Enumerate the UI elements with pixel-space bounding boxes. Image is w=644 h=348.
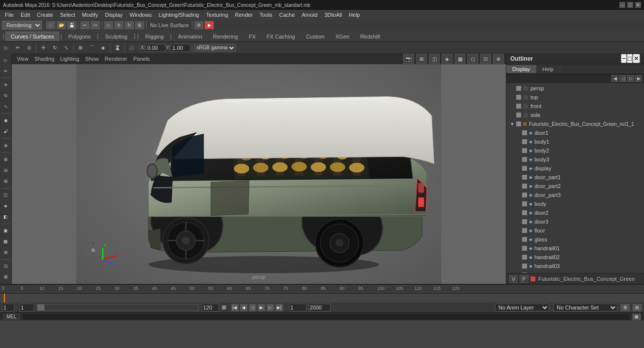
extra4-lt[interactable]: ▣ bbox=[1, 226, 11, 236]
vp-icon6[interactable]: ⊡ bbox=[480, 54, 491, 64]
colorspace-dropdown[interactable]: sRGB gamma Linear Raw bbox=[194, 44, 236, 52]
vp-menu-renderer[interactable]: Renderer bbox=[102, 55, 130, 63]
ol-item-door-part2[interactable]: ◈ door_part2 bbox=[506, 182, 644, 191]
sculpt-lt[interactable]: 🖌 bbox=[1, 126, 11, 136]
status-extra-button[interactable]: ▦ bbox=[632, 313, 641, 320]
ol-item-handrail02[interactable]: ◈ handrail02 bbox=[506, 253, 644, 262]
play-back-button[interactable]: ◁ bbox=[249, 304, 257, 311]
mode-dropdown[interactable]: Rendering Animation Modeling Rigging bbox=[2, 21, 42, 30]
vp-icon7[interactable]: ⊕ bbox=[493, 54, 504, 64]
scroll-right[interactable]: ▷ bbox=[627, 75, 634, 82]
menu-texturing[interactable]: Texturing bbox=[203, 11, 231, 19]
rotate-lt[interactable]: ↻ bbox=[1, 91, 11, 101]
scale-tool[interactable]: ⤡ bbox=[61, 43, 72, 53]
vp-menu-panels[interactable]: Panels bbox=[130, 55, 153, 63]
tab-animation[interactable]: Animation bbox=[173, 32, 208, 41]
paint-button[interactable]: ✏ bbox=[12, 43, 23, 53]
extra3-lt[interactable]: ◧ bbox=[1, 212, 11, 222]
render-button[interactable]: ▶ bbox=[204, 21, 214, 30]
menu-display[interactable]: Display bbox=[102, 11, 126, 19]
layer-p-label[interactable]: P bbox=[520, 275, 528, 283]
current-frame-end-input[interactable] bbox=[202, 304, 219, 311]
outliner-minimize[interactable]: − bbox=[621, 54, 627, 63]
script-mode-label[interactable]: MEL bbox=[3, 313, 20, 320]
ol-item-body1[interactable]: ◈ body1 bbox=[506, 137, 644, 146]
menu-render[interactable]: Render bbox=[232, 11, 256, 19]
anim-layer-dropdown[interactable]: No Anim Layer bbox=[495, 304, 549, 311]
menu-3dtall[interactable]: 3DtoAll bbox=[321, 11, 344, 19]
move-lt[interactable]: ✛ bbox=[1, 80, 11, 90]
menu-edit[interactable]: Edit bbox=[18, 11, 33, 19]
current-frame-start-input[interactable] bbox=[2, 304, 14, 311]
ol-item-door2[interactable]: ◈ door2 bbox=[506, 208, 644, 217]
ol-item-glass[interactable]: ◈ glass bbox=[506, 235, 644, 244]
menu-arnold[interactable]: Arnold bbox=[299, 11, 321, 19]
save-scene-button[interactable]: 💾 bbox=[67, 21, 76, 30]
tab-polygons[interactable]: Polygons bbox=[63, 32, 96, 41]
playback-start-input[interactable] bbox=[289, 304, 306, 311]
soft-modify-lt[interactable]: ◉ bbox=[1, 116, 11, 125]
close-button[interactable]: ✕ bbox=[635, 2, 641, 8]
playhead[interactable] bbox=[4, 294, 5, 303]
vp-menu-shading[interactable]: Shading bbox=[32, 55, 57, 63]
anim-extra-button[interactable]: ⊞ bbox=[632, 304, 642, 311]
viewport-canvas[interactable]: X Y Z persp bbox=[12, 53, 506, 284]
outliner-maximize[interactable]: □ bbox=[627, 54, 633, 63]
ol-item-door3[interactable]: ◈ door3 bbox=[506, 217, 644, 226]
menu-file[interactable]: File bbox=[2, 11, 17, 19]
grid3-lt[interactable]: ⊞ bbox=[1, 176, 11, 186]
new-scene-button[interactable]: □ bbox=[46, 21, 56, 30]
extra2-lt[interactable]: ◈ bbox=[1, 201, 11, 211]
vp-icon3[interactable]: ◈ bbox=[442, 54, 453, 64]
maximize-button[interactable]: □ bbox=[627, 2, 633, 8]
ol-item-group[interactable]: ▼ ⊞ Futuristic_Electric_Bus_Concept_Gree… bbox=[506, 119, 644, 128]
select-mode-button[interactable]: ▷ bbox=[1, 43, 12, 53]
outliner-close[interactable]: ✕ bbox=[633, 54, 640, 63]
ol-item-side[interactable]: 🎥 side bbox=[506, 111, 644, 119]
extra7-lt[interactable]: ⊡ bbox=[1, 262, 11, 271]
timeline-bar[interactable] bbox=[0, 294, 644, 303]
tab-sculpting[interactable]: Sculpting bbox=[100, 32, 133, 41]
ol-item-door-part3[interactable]: ◈ door_part3 bbox=[506, 191, 644, 199]
vp-cam-btn[interactable]: 📷 bbox=[403, 54, 414, 64]
menu-create[interactable]: Create bbox=[34, 11, 56, 19]
y-coord-input[interactable]: 1.00 bbox=[171, 44, 190, 52]
extra6-lt[interactable]: ⊞ bbox=[1, 247, 11, 257]
ol-item-body3[interactable]: ◈ body3 bbox=[506, 155, 644, 164]
rotate-tool-button[interactable]: ↻ bbox=[124, 21, 134, 30]
tab-fx-caching[interactable]: FX Caching bbox=[261, 32, 300, 41]
viewport[interactable]: View Shading Lighting Show Renderer Pane… bbox=[12, 53, 506, 284]
snap-point-button[interactable]: ◈ bbox=[98, 43, 109, 53]
goto-end-button[interactable]: ▶| bbox=[275, 304, 283, 311]
x-coord-input[interactable]: 0.00 bbox=[146, 44, 165, 52]
playback-end-input[interactable] bbox=[308, 304, 331, 311]
rotate-tool[interactable]: ↻ bbox=[49, 43, 60, 53]
snap-curve-button[interactable]: ⌒ bbox=[86, 43, 97, 53]
grid2-lt[interactable]: ⊟ bbox=[1, 165, 11, 175]
move-tool[interactable]: ✛ bbox=[38, 43, 49, 53]
menu-tools[interactable]: Tools bbox=[257, 11, 275, 19]
ol-item-handrail01[interactable]: ◈ handrail01 bbox=[506, 244, 644, 253]
scale-tool-button[interactable]: ⊞ bbox=[135, 21, 145, 30]
select-tool-lt[interactable]: ▷ bbox=[1, 55, 11, 65]
ol-item-door1[interactable]: ◈ door1 bbox=[506, 128, 644, 137]
vp-menu-show[interactable]: Show bbox=[82, 55, 102, 63]
ol-item-top[interactable]: 🎥 top bbox=[506, 93, 644, 102]
current-frame-input[interactable] bbox=[19, 304, 34, 311]
extra1-lt[interactable]: ◫ bbox=[1, 190, 11, 200]
vp-menu-lighting[interactable]: Lighting bbox=[57, 55, 82, 63]
vp-icon5[interactable]: ◻ bbox=[467, 54, 478, 64]
ol-item-floor[interactable]: ◈ floor bbox=[506, 226, 644, 235]
goto-start-button[interactable]: |◀ bbox=[231, 304, 239, 311]
prev-frame-button[interactable]: ◀ bbox=[240, 304, 248, 311]
paint-select-lt[interactable]: ✏ bbox=[1, 66, 11, 76]
undo-button[interactable]: ↩ bbox=[80, 21, 90, 30]
scroll-left[interactable]: ◀ bbox=[611, 75, 618, 82]
outliner-tab-display[interactable]: Display bbox=[506, 65, 536, 73]
outliner-tree[interactable]: 🎥 persp 🎥 top 🎥 front 🎥 side bbox=[506, 83, 644, 273]
ol-item-body[interactable]: ◈ body bbox=[506, 199, 644, 208]
minimize-button[interactable]: − bbox=[619, 2, 625, 8]
extra5-lt[interactable]: ▩ bbox=[1, 236, 11, 246]
select-tool-button[interactable]: ▷ bbox=[104, 21, 114, 30]
vp-icon1[interactable]: ⊞ bbox=[416, 54, 427, 64]
